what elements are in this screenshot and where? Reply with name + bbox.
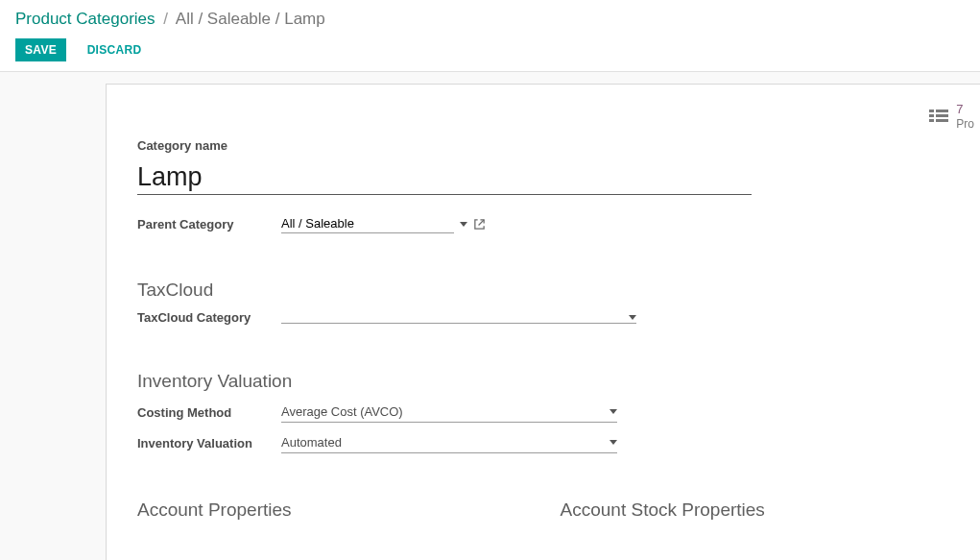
stat-count: 7 [956,102,963,116]
category-name-label: Category name [137,138,949,153]
svg-rect-2 [929,114,934,117]
external-link-icon[interactable] [473,218,486,231]
svg-rect-1 [936,110,948,112]
parent-category-input[interactable] [281,214,454,233]
svg-rect-5 [936,119,948,122]
control-panel: Product Categories / All / Saleable / La… [0,0,980,72]
stat-label: Pro [956,118,974,130]
costing-method-label: Costing Method [137,405,281,420]
taxcloud-section-title: TaxCloud [137,280,949,301]
svg-rect-0 [929,110,934,112]
inventory-valuation-select[interactable]: Automated [281,432,617,453]
svg-rect-3 [936,114,948,117]
inventory-valuation-label: Inventory Valuation [137,436,281,450]
taxcloud-category-label: TaxCloud Category [137,310,281,325]
breadcrumb-root[interactable]: Product Categories [15,10,155,28]
costing-method-select[interactable]: Average Cost (AVCO) [281,402,617,423]
discard-button[interactable]: DISCARD [78,38,152,61]
stat-products-button[interactable]: 7 Pro [923,94,980,137]
list-icon [929,109,948,124]
parent-category-label: Parent Category [137,217,281,231]
chevron-down-icon [610,409,617,414]
svg-rect-4 [929,119,934,122]
account-properties-title: Account Properties [137,499,292,521]
save-button[interactable]: SAVE [15,38,66,61]
breadcrumb: Product Categories / All / Saleable / La… [15,10,965,29]
chevron-down-icon [629,315,636,320]
breadcrumb-current: All / Saleable / Lamp [176,10,325,28]
inventory-valuation-value: Automated [281,435,342,450]
taxcloud-category-select[interactable] [281,312,636,324]
category-name-input[interactable] [137,158,752,195]
chevron-down-icon[interactable] [460,222,467,227]
account-stock-properties-title: Account Stock Properties [561,499,765,521]
chevron-down-icon [610,440,617,445]
inventory-valuation-section-title: Inventory Valuation [137,371,949,392]
breadcrumb-separator: / [163,10,168,28]
costing-method-value: Average Cost (AVCO) [281,404,403,419]
form-sheet: 7 Pro Category name Parent Category [106,84,980,560]
